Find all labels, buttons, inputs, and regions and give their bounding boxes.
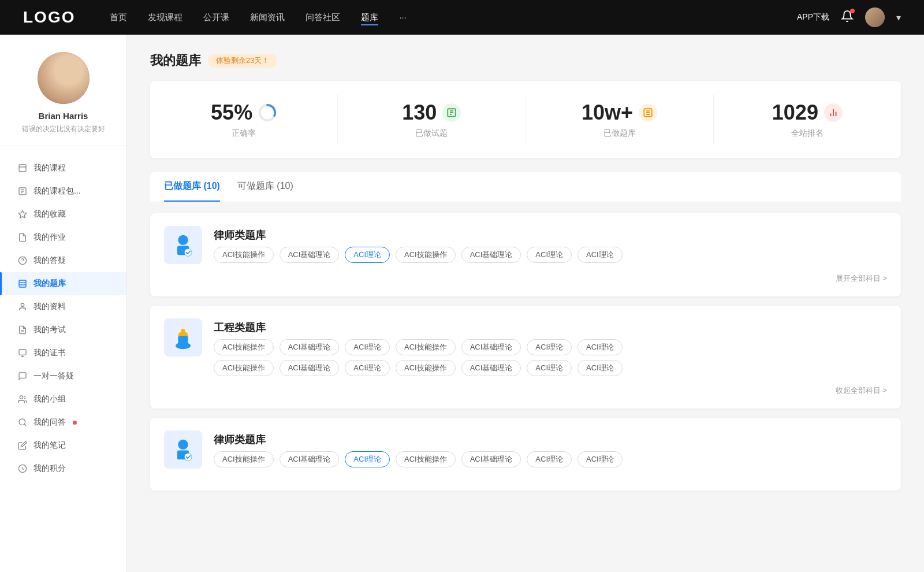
list-green-icon	[442, 103, 461, 122]
tags-row-lawyer-2: ACI技能操作 ACI基础理论 ACI理论 ACI技能操作 ACI基础理论 AC…	[214, 451, 623, 467]
tag-eng-4[interactable]: ACI基础理论	[461, 339, 521, 355]
tag-eng-r2-4[interactable]: ACI基础理论	[461, 360, 521, 376]
bank-card-engineering: 工程类题库 ACI技能操作 ACI基础理论 ACI理论 ACI技能操作 ACI基…	[150, 306, 901, 408]
sidebar-item-one-on-one[interactable]: 一对一答疑	[0, 365, 126, 388]
tag-eng-0[interactable]: ACI技能操作	[214, 339, 274, 355]
bank-title-lawyer-2: 律师类题库	[214, 433, 623, 447]
nav-item-qa[interactable]: 问答社区	[305, 12, 340, 23]
nav-item-bank[interactable]: 题库	[361, 12, 378, 23]
profile-icon	[17, 302, 28, 312]
nav-item-news[interactable]: 新闻资讯	[250, 12, 285, 23]
nav-item-home[interactable]: 首页	[110, 12, 127, 23]
page-header: 我的题库 体验剩余23天！	[150, 52, 901, 69]
bank-title-lawyer-1: 律师类题库	[214, 228, 623, 242]
bank-card-header-lawyer-2: 律师类题库 ACI技能操作 ACI基础理论 ACI理论 ACI技能操作 ACI基…	[164, 430, 887, 469]
rank-number: 1029	[772, 101, 818, 125]
avatar-image	[865, 8, 885, 27]
tag-lawyer-2-6[interactable]: ACI理论	[578, 451, 623, 467]
sidebar-item-my-questions[interactable]: 我的问答	[0, 411, 126, 434]
accuracy-label: 正确率	[162, 128, 326, 139]
tag-eng-6[interactable]: ACI理论	[578, 339, 623, 355]
sidebar-item-homework[interactable]: 我的作业	[0, 226, 126, 249]
sidebar-item-notes[interactable]: 我的笔记	[0, 434, 126, 457]
user-avatar[interactable]	[865, 8, 885, 27]
sidebar-item-course-pack[interactable]: 我的课程包...	[0, 180, 126, 203]
tags-row-lawyer-1: ACI技能操作 ACI基础理论 ACI理论 ACI技能操作 ACI基础理论 AC…	[214, 247, 623, 263]
svg-point-12	[21, 303, 24, 306]
tab-available-banks[interactable]: 可做题库 (10)	[237, 180, 293, 202]
sidebar-item-profile[interactable]: 我的资料	[0, 295, 126, 318]
stat-done-questions: 130 已做试题	[338, 95, 526, 144]
svg-point-33	[178, 235, 188, 245]
tag-lawyer-1-3[interactable]: ACI技能操作	[396, 247, 456, 263]
exams-icon	[17, 325, 28, 335]
tag-eng-1[interactable]: ACI基础理论	[280, 339, 340, 355]
tag-lawyer-2-5[interactable]: ACI理论	[527, 451, 572, 467]
tag-lawyer-2-1[interactable]: ACI基础理论	[280, 451, 340, 467]
tag-eng-r2-0[interactable]: ACI技能操作	[214, 360, 274, 376]
tag-lawyer-2-0[interactable]: ACI技能操作	[214, 451, 274, 467]
user-dropdown-arrow[interactable]: ▾	[896, 12, 901, 23]
nav-item-discover[interactable]: 发现课程	[148, 12, 182, 23]
tag-lawyer-1-6[interactable]: ACI理论	[578, 247, 623, 263]
logo[interactable]: LOGO	[23, 8, 75, 27]
notes-icon	[17, 440, 28, 451]
accuracy-number: 55%	[211, 101, 252, 125]
nav-item-more[interactable]: ···	[399, 12, 407, 23]
question-bank-icon	[17, 278, 28, 289]
app-download-button[interactable]: APP下载	[797, 12, 829, 23]
tag-lawyer-1-1[interactable]: ACI基础理论	[280, 247, 340, 263]
tags-row-engineering-1: ACI技能操作 ACI基础理论 ACI理论 ACI技能操作 ACI基础理论 AC…	[214, 339, 887, 355]
nav-item-open[interactable]: 公开课	[203, 12, 229, 23]
bank-info-engineering: 工程类题库 ACI技能操作 ACI基础理论 ACI理论 ACI技能操作 ACI基…	[214, 318, 887, 376]
sidebar-item-exams[interactable]: 我的考试	[0, 318, 126, 341]
sidebar-item-question-bank[interactable]: 我的题库	[0, 272, 126, 295]
collapse-link-engineering[interactable]: 收起全部科目 >	[836, 385, 887, 396]
sidebar-item-points[interactable]: 我的积分	[0, 457, 126, 480]
tag-eng-2[interactable]: ACI理论	[345, 339, 390, 355]
nav-menu: 首页 发现课程 公开课 新闻资讯 问答社区 题库 ···	[110, 12, 797, 23]
expand-link-lawyer-1[interactable]: 展开全部科目 >	[836, 273, 887, 284]
sidebar-item-group[interactable]: 我的小组	[0, 388, 126, 411]
sidebar-item-courses[interactable]: 我的课程	[0, 157, 126, 180]
sidebar-motto: 错误的决定比没有决定要好	[0, 124, 126, 134]
one-on-one-icon	[17, 371, 28, 381]
stat-rank: 1029 全站排名	[714, 95, 901, 144]
tab-bar: 已做题库 (10) 可做题库 (10)	[150, 172, 901, 202]
tag-eng-r2-6[interactable]: ACI理论	[578, 360, 623, 376]
sidebar-menu: 我的课程 我的课程包... 我的收藏 我的作业	[0, 152, 126, 485]
sidebar: Brian Harris 错误的决定比没有决定要好 我的课程 我的课程包...	[0, 35, 127, 572]
tag-lawyer-1-4[interactable]: ACI基础理论	[461, 247, 521, 263]
done-banks-number: 10w+	[582, 101, 633, 125]
sidebar-profile: Brian Harris 错误的决定比没有决定要好	[0, 52, 126, 146]
stat-top-rank: 1029	[725, 101, 889, 125]
tag-lawyer-2-2[interactable]: ACI理论	[345, 451, 390, 467]
tag-eng-5[interactable]: ACI理论	[527, 339, 572, 355]
stat-accuracy: 55% 正确率	[150, 95, 338, 144]
sidebar-avatar	[38, 52, 90, 104]
notification-bell[interactable]	[841, 10, 854, 25]
svg-point-35	[184, 248, 192, 256]
certificate-icon	[17, 348, 28, 358]
sidebar-item-certificate[interactable]: 我的证书	[0, 341, 126, 365]
tag-lawyer-1-0[interactable]: ACI技能操作	[214, 247, 274, 263]
tag-eng-3[interactable]: ACI技能操作	[396, 339, 456, 355]
tag-eng-r2-1[interactable]: ACI基础理论	[280, 360, 340, 376]
sidebar-item-favorites[interactable]: 我的收藏	[0, 203, 126, 226]
avatar-face	[38, 52, 90, 104]
sidebar-item-qa[interactable]: 我的答疑	[0, 249, 126, 272]
tag-eng-r2-2[interactable]: ACI理论	[345, 360, 390, 376]
tag-lawyer-1-5[interactable]: ACI理论	[527, 247, 572, 263]
homework-icon	[17, 232, 28, 243]
group-icon	[17, 394, 28, 404]
tag-eng-r2-3[interactable]: ACI技能操作	[396, 360, 456, 376]
tag-lawyer-2-4[interactable]: ACI基础理论	[461, 451, 521, 467]
sidebar-username: Brian Harris	[0, 111, 126, 121]
my-questions-icon	[17, 417, 28, 428]
svg-point-17	[19, 419, 25, 425]
tag-eng-r2-5[interactable]: ACI理论	[527, 360, 572, 376]
tag-lawyer-1-2[interactable]: ACI理论	[345, 247, 390, 263]
tag-lawyer-2-3[interactable]: ACI技能操作	[396, 451, 456, 467]
tab-done-banks[interactable]: 已做题库 (10)	[164, 180, 220, 202]
done-banks-label: 已做题库	[538, 128, 702, 139]
